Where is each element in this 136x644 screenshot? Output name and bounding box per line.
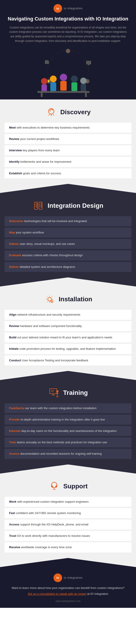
svg-line-28 [53,114,54,115]
installation-title: Installation [59,296,92,303]
list-item: Map your system workflow [4,228,132,238]
installation-icon [44,293,56,305]
support-items: Work with experienced custom integration… [0,497,136,552]
svg-rect-56 [52,486,53,488]
integration-design-section: Integration Design Determine technologie… [0,193,136,278]
footer-logo-circle: io [54,574,62,582]
svg-point-34 [36,207,37,208]
page-subtitle: Custom integrations can be incredibly be… [8,26,128,44]
support-title: Support [63,483,87,490]
svg-point-32 [36,203,37,204]
svg-point-26 [51,115,52,116]
support-section: Support Work with experienced custom int… [0,474,136,558]
svg-line-51 [57,396,57,397]
svg-rect-8 [45,60,48,61]
list-item: Align network infrastructure and securit… [4,310,132,320]
training-section: Training Familiarize our team with the c… [0,380,136,464]
list-item: Provide in-depth administrative training… [4,414,132,425]
svg-point-19 [80,78,87,84]
svg-rect-23 [85,93,87,97]
footer-cta-link[interactable]: Set up a consultation to speak with an e… [28,592,86,596]
svg-point-39 [41,205,42,206]
discovery-icon [45,106,57,118]
list-item: Deliver user story, visual mockups, and … [4,239,132,249]
list-item: Review your current project workflows [4,134,132,144]
svg-point-43 [52,301,52,302]
list-item: Build out your tailored solution meant t… [4,332,132,342]
integration-title: Integration Design [48,202,103,209]
footer-cta: Set up a consultation to speak with an e… [7,592,129,596]
footer-logo-subtext: io integration [64,576,83,579]
logo-subtext: io integration [64,7,83,10]
page-title: Navigating Custom Integrations with IO I… [4,16,132,22]
list-item: Trust IOI to work directly with manufact… [4,531,132,541]
installation-section: Installation Align network infrastructur… [0,286,136,371]
svg-text:⚙: ⚙ [67,50,69,53]
installation-items: Align network infrastructure and securit… [0,310,136,366]
svg-rect-4 [88,64,89,65]
list-item: Determine technologies that will be invo… [4,216,132,226]
training-title: Training [63,389,88,396]
svg-point-41 [48,298,52,301]
discovery-header: Discovery [0,106,136,118]
logo-area: io io integration [4,4,132,13]
svg-rect-20 [81,84,86,92]
training-icon [48,387,60,399]
training-items: Familiarize our team with the custom int… [0,403,136,459]
list-item: Educate day-to-day users on the function… [4,426,132,436]
svg-rect-57 [55,486,56,488]
svg-point-13 [50,76,57,82]
svg-point-11 [41,78,47,84]
list-item: Work with experienced custom integration… [4,497,132,507]
list-item: Receive worldwide coverage in every time… [4,542,132,552]
discovery-section: Discovery Meet with executives to determ… [0,100,136,184]
installation-header: Installation [0,293,136,305]
footer-text: Want to learn more about how your organi… [7,586,129,590]
footer-logo-area: io io integration [7,574,129,582]
svg-point-40 [41,207,42,208]
svg-rect-7 [45,61,49,64]
logo-circle: io [54,4,62,13]
discovery-items: Meet with executives to determine key bu… [0,123,136,178]
support-header: Support [0,480,136,492]
integration-items: Determine technologies that will be invo… [0,216,136,272]
integration-icon [33,200,44,212]
svg-rect-22 [41,93,43,97]
svg-line-52 [57,396,58,397]
svg-rect-21 [37,91,89,93]
svg-point-17 [71,76,78,82]
svg-rect-14 [50,82,56,91]
svg-point-33 [36,205,37,206]
svg-point-38 [41,203,42,204]
list-item: Evaluate success criteria with checks th… [4,250,132,260]
footer-cta-suffix: at IO Integration [86,592,108,596]
list-item: Review hardware and software component f… [4,321,132,331]
svg-rect-3 [86,61,91,64]
list-item: Conduct User Acceptance Testing and inco… [4,356,132,366]
list-item: Interview key players from every team [4,146,132,156]
list-item: Deliver detailed system and architecture… [4,262,132,272]
hero-illustration: ⚙ ◎ 💡 [0,47,136,100]
svg-line-27 [49,114,49,115]
svg-rect-18 [71,82,77,91]
list-item: Initiate code promotion process for test… [4,344,132,354]
list-item: Train teams annually on the best methods… [4,437,132,448]
list-item: Identify bottlenecks and areas for impro… [4,157,132,167]
header: io io integration Navigating Custom Inte… [0,0,136,47]
support-icon [48,480,60,492]
discovery-title: Discovery [60,108,91,116]
integration-header: Integration Design [0,200,136,212]
svg-text:💡: 💡 [47,80,50,83]
list-item: Establish goals and criteria for success [4,168,132,178]
list-item: Access documentation and recorded sessio… [4,449,132,459]
list-item: Meet with executives to determine key bu… [4,123,132,133]
svg-rect-44 [50,389,57,394]
list-item: Access support through the IOI HelpDesk,… [4,520,132,530]
footer: io io integration Want to learn more abo… [0,567,136,608]
svg-rect-16 [60,81,67,90]
training-header: Training [0,387,136,399]
hero-svg: ⚙ ◎ 💡 [2,48,134,98]
list-item: Familiarize our team with the custom int… [4,403,132,413]
list-item: Feel confident with 24/7/365 remote syst… [4,508,132,518]
footer-domain: www.iointegration.com [7,600,129,602]
